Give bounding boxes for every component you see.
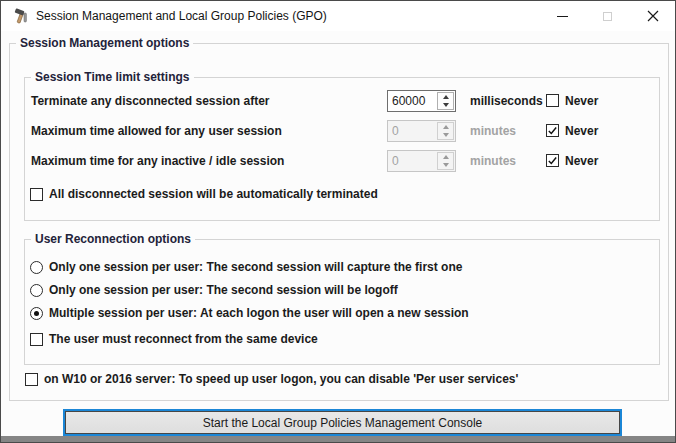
arrow-up-icon [443, 95, 449, 99]
auto-terminate-checkbox[interactable] [30, 188, 43, 201]
spin-up-button [438, 153, 453, 161]
row-label: Maximum time for any inactive / idle ses… [31, 154, 284, 169]
arrow-up-icon [443, 125, 449, 129]
spin-up-button[interactable] [438, 93, 453, 101]
maximize-button [585, 1, 630, 31]
radio-label: Only one session per user: The second se… [49, 260, 462, 275]
unit-label: minutes [470, 124, 516, 139]
spin-up-button [438, 123, 453, 131]
hammer-tools-icon [12, 8, 28, 24]
checkmark-icon [547, 155, 558, 166]
spinner-buttons [437, 92, 454, 110]
max-idle-session-input [388, 151, 436, 171]
never-label: Never [565, 124, 598, 139]
start-gpo-console-button[interactable]: Start the Local Group Policies Managemen… [65, 411, 620, 434]
spin-down-button [438, 161, 453, 169]
max-idle-session-spinner [387, 150, 456, 172]
radio-label: Multiple session per user: At each logon… [49, 306, 469, 321]
minimize-icon [557, 16, 568, 17]
never-checkbox[interactable] [546, 94, 559, 107]
group-title: Session Time limit settings [31, 70, 194, 85]
same-device-label: The user must reconnect from the same de… [49, 332, 318, 347]
radio-dot [34, 311, 39, 316]
auto-terminate-label: All disconnected session will be automat… [49, 187, 378, 202]
never-label: Never [565, 154, 598, 169]
session-management-window: Session Management and Local Group Polic… [0, 0, 676, 443]
maximize-icon [603, 12, 612, 21]
time-limit-row-disconnected: Terminate any disconnected session after… [25, 90, 659, 112]
per-user-services-label: on W10 or 2016 server: To speed up user … [44, 372, 518, 387]
unit-label: milliseconds [470, 94, 543, 109]
same-device-checkbox[interactable] [30, 333, 43, 346]
checkmark-icon [547, 125, 558, 136]
spinner-buttons [437, 152, 454, 170]
radio-capture-first-session[interactable] [30, 261, 43, 274]
never-label: Never [565, 94, 598, 109]
window-bottom-edge [1, 436, 675, 442]
row-label: Terminate any disconnected session after [31, 94, 270, 109]
time-limit-row-user-session: Maximum time allowed for any user sessio… [25, 120, 659, 142]
unit-label: minutes [470, 154, 516, 169]
radio-label: Only one session per user: The second se… [49, 283, 398, 298]
window-title: Session Management and Local Group Polic… [36, 9, 327, 23]
arrow-down-icon [443, 103, 449, 107]
close-button[interactable] [630, 1, 675, 31]
never-checkbox[interactable] [546, 154, 559, 167]
max-user-session-spinner [387, 120, 456, 142]
user-reconnection-group: User Reconnection options Only one sessi… [24, 239, 660, 365]
radio-multiple-sessions[interactable] [30, 307, 43, 320]
spinner-buttons [437, 122, 454, 140]
max-user-session-input [388, 121, 436, 141]
row-label: Maximum time allowed for any user sessio… [31, 124, 282, 139]
spin-down-button [438, 131, 453, 139]
group-title: User Reconnection options [31, 232, 195, 247]
titlebar: Session Management and Local Group Polic… [1, 1, 675, 31]
never-checkbox[interactable] [546, 124, 559, 137]
per-user-services-checkbox[interactable] [25, 373, 38, 386]
arrow-up-icon [443, 155, 449, 159]
radio-logoff-second-session[interactable] [30, 284, 43, 297]
arrow-down-icon [443, 163, 449, 167]
session-time-limit-group: Session Time limit settings Terminate an… [24, 77, 660, 221]
group-title: Session Management options [16, 36, 193, 51]
minimize-button[interactable] [540, 1, 585, 31]
terminate-after-input[interactable] [388, 91, 436, 111]
arrow-down-icon [443, 133, 449, 137]
terminate-after-spinner [387, 90, 456, 112]
session-management-options-group: Session Management options Session Time … [9, 43, 669, 401]
close-icon [647, 10, 659, 22]
time-limit-row-idle-session: Maximum time for any inactive / idle ses… [25, 150, 659, 172]
spin-down-button[interactable] [438, 101, 453, 109]
